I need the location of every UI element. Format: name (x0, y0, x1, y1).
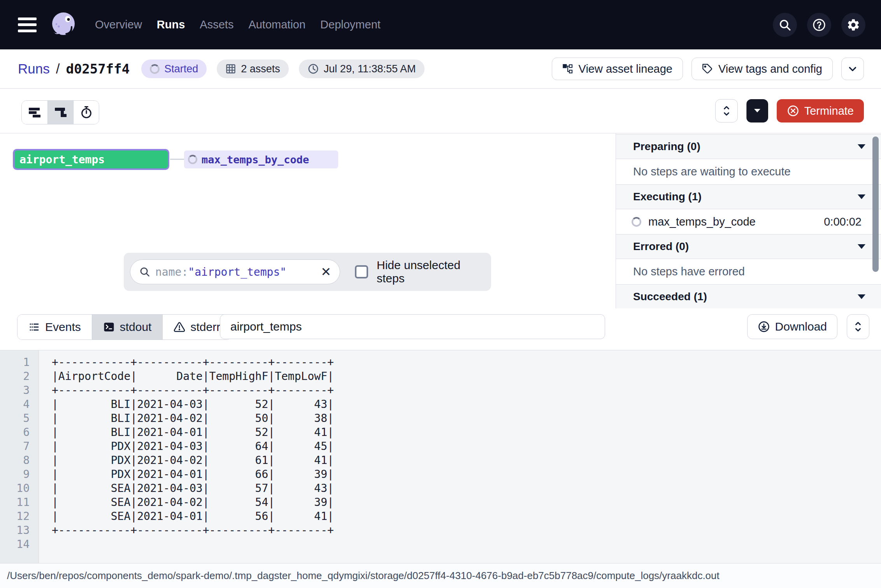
status-badge: Started (141, 60, 207, 78)
log-type-tabs: Events stdout (17, 314, 232, 340)
hamburger-menu-icon[interactable] (18, 18, 37, 32)
panel-scrollbar-thumb[interactable] (872, 136, 879, 272)
view-mode-toggle (21, 100, 99, 124)
log-file-path: /Users/ben/repos/components_demo/spark-d… (7, 570, 720, 582)
timing-view-button[interactable] (73, 101, 99, 124)
errored-empty-message: No steps have errored (616, 259, 881, 284)
view-asset-lineage-button[interactable]: View asset lineage (552, 58, 683, 80)
breadcrumb-runs-link[interactable]: Runs (18, 61, 50, 77)
nav-item-assets[interactable]: Assets (200, 18, 233, 31)
step-node-max-temps-by-code[interactable]: max_temps_by_code (184, 150, 338, 168)
help-icon (812, 18, 826, 32)
search-icon (139, 266, 151, 278)
settings-button[interactable] (841, 13, 865, 37)
expand-vertical-icon (721, 105, 732, 117)
nav-item-runs[interactable]: Runs (157, 18, 185, 31)
executing-step-row[interactable]: max_temps_by_code 0:00:02 (616, 209, 881, 234)
main-nav: Overview Runs Assets Automation Deployme… (95, 18, 381, 31)
query-value: "airport_temps" (188, 266, 286, 278)
collapse-triangle-icon (858, 194, 865, 199)
gantt-flat-icon (28, 106, 41, 119)
download-icon (758, 320, 770, 333)
reexecute-split-button: Re-execute (name:"airport_temps") (746, 99, 768, 122)
section-errored-header[interactable]: Errored (0) (616, 234, 881, 259)
chevron-down-icon (848, 64, 858, 74)
events-list-icon (28, 322, 40, 332)
hide-unselected-label: Hide unselected steps (377, 259, 491, 285)
nav-item-deployment[interactable]: Deployment (320, 18, 381, 31)
log-line: 1+-----------+----------+---------+-----… (0, 355, 881, 369)
run-id: d0257ff4 (66, 61, 130, 77)
log-line: 11| SEA|2021-04-02| 54| 39| (0, 495, 881, 509)
expand-logs-button[interactable] (847, 314, 869, 339)
log-line: 9| PDX|2021-04-01| 66| 39| (0, 467, 881, 481)
step-node-airport-temps[interactable]: airport_temps (13, 149, 169, 170)
run-gantt-area: airport_temps max_temps_by_code name:"ai… (0, 133, 881, 308)
query-prefix: name: (155, 266, 188, 278)
gantt-waterfall-icon (54, 106, 67, 119)
terminate-button[interactable]: Terminate (777, 99, 864, 122)
gantt-flat-view-button[interactable] (22, 101, 47, 124)
dagster-run-page: Overview Runs Assets Automation Deployme… (0, 0, 881, 588)
log-file-path-bar: /Users/ben/repos/components_demo/spark-d… (0, 563, 881, 588)
section-executing-header[interactable]: Executing (1) (616, 184, 881, 209)
log-lines: 1+-----------+----------+---------+-----… (0, 355, 881, 551)
log-line: 4| BLI|2021-04-03| 52| 43| (0, 397, 881, 411)
warning-triangle-icon (174, 321, 185, 333)
gantt-waterfall-view-button[interactable] (47, 101, 73, 124)
tab-events[interactable]: Events (18, 315, 92, 340)
step-elapsed-time: 0:00:02 (824, 215, 862, 228)
tab-stdout[interactable]: stdout (92, 315, 163, 340)
breadcrumb-separator: / (56, 61, 60, 77)
step-graph: airport_temps max_temps_by_code name:"ai… (0, 133, 616, 308)
download-button[interactable]: Download (747, 314, 837, 339)
view-tags-config-button[interactable]: View tags and config (691, 58, 833, 80)
lineage-icon (562, 63, 573, 74)
log-line: 8| PDX|2021-04-02| 61| 41| (0, 453, 881, 467)
tag-icon (702, 63, 713, 74)
logs-toolbar: Events stdout (0, 308, 881, 350)
log-line: 3+-----------+----------+---------+-----… (0, 383, 881, 397)
stopwatch-icon (80, 106, 93, 119)
log-line: 2|AirportCode| Date|TempHighF|TempLowF| (0, 369, 881, 383)
top-navbar: Overview Runs Assets Automation Deployme… (0, 0, 881, 49)
assets-count-badge: 2 assets (217, 60, 289, 78)
log-line: 6| BLI|2021-04-01| 52| 41| (0, 425, 881, 439)
section-succeeded-header[interactable]: Succeeded (1) (616, 284, 881, 308)
graph-edge (170, 159, 184, 160)
nav-item-automation[interactable]: Automation (248, 18, 305, 31)
spinner-icon (188, 155, 197, 164)
search-button[interactable] (773, 13, 797, 37)
asset-grid-icon (225, 63, 236, 74)
clear-query-icon[interactable]: ✕ (321, 266, 331, 278)
clock-icon (307, 63, 319, 75)
expand-gantt-button[interactable] (715, 99, 738, 122)
terminal-icon (103, 321, 115, 333)
log-step-filter-input[interactable] (220, 314, 605, 339)
log-line: 13+-----------+----------+---------+----… (0, 523, 881, 537)
reexecute-dropdown-button[interactable] (746, 99, 768, 122)
timestamp-badge: Jul 29, 11:38:55 AM (299, 60, 425, 78)
search-icon (778, 18, 791, 32)
log-line: 10| SEA|2021-04-03| 57| 43| (0, 481, 881, 495)
dagster-logo-icon[interactable] (48, 9, 79, 41)
gear-icon (846, 18, 860, 32)
caret-down-icon (754, 109, 760, 113)
terminate-x-circle-icon (787, 105, 799, 117)
toolbar-actions: Re-execute (name:"airport_temps") Termin… (715, 99, 864, 122)
section-preparing-header[interactable]: Preparing (0) (616, 134, 881, 159)
run-header-row: Runs / d0257ff4 Started 2 assets J (0, 49, 881, 89)
more-run-actions-button[interactable] (841, 58, 864, 80)
help-button[interactable] (807, 13, 831, 37)
log-line: 14 (0, 537, 881, 551)
log-line: 7| PDX|2021-04-03| 64| 45| (0, 439, 881, 453)
run-header-actions: View asset lineage View tags and config (552, 58, 881, 80)
log-line: 12| SEA|2021-04-01| 56| 41| (0, 509, 881, 523)
nav-item-overview[interactable]: Overview (95, 18, 142, 31)
collapse-triangle-icon (858, 244, 865, 249)
log-line: 5| BLI|2021-04-02| 50| 38| (0, 411, 881, 425)
step-query-input[interactable]: name:"airport_temps" ✕ (130, 259, 340, 284)
hide-unselected-checkbox[interactable] (355, 265, 368, 278)
collapse-triangle-icon (858, 144, 865, 149)
spinner-icon (150, 64, 160, 74)
